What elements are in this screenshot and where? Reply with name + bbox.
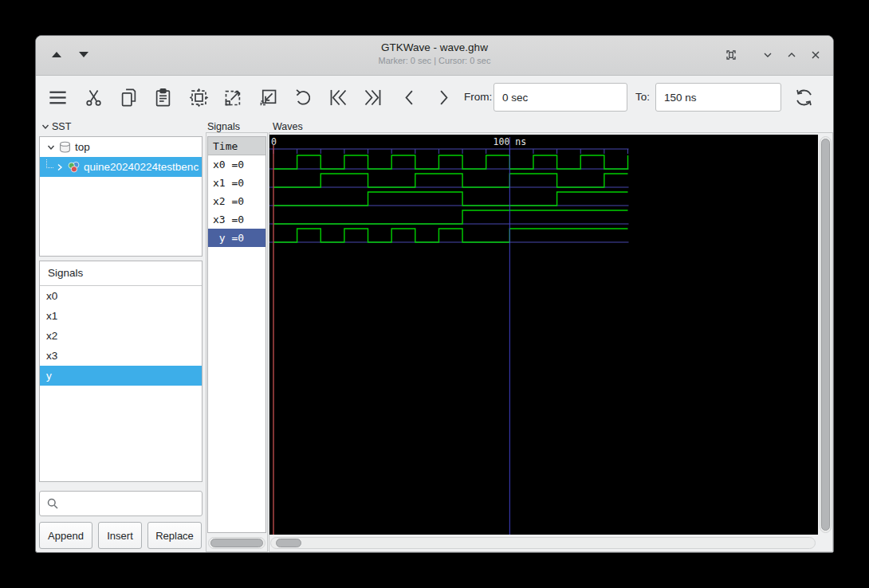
waveform-x2 xyxy=(273,192,628,206)
next-edge-button[interactable] xyxy=(430,84,457,111)
signal-value-row-x1[interactable]: x1 =0 xyxy=(208,174,265,192)
scrollbar-thumb[interactable] xyxy=(210,539,263,547)
undo-button[interactable] xyxy=(289,84,317,111)
zoom-in-icon xyxy=(222,87,244,108)
close-icon xyxy=(809,49,822,61)
waveform-x0 xyxy=(273,155,628,169)
marker-cursor-status: Marker: 0 sec | Cursor: 0 sec xyxy=(36,56,833,65)
wave-canvas[interactable]: 0100 ns xyxy=(269,135,818,535)
desktop: { "window": { "title": "GTKWave - wave.g… xyxy=(0,0,869,588)
search-input[interactable] xyxy=(59,492,202,515)
chevron-left-icon xyxy=(399,87,420,108)
facilities-panel: Signals x0x1x2x3y xyxy=(39,261,203,482)
fullscreen-icon xyxy=(725,49,737,61)
facility-row-y[interactable]: y xyxy=(40,366,202,386)
facility-row-x2[interactable]: x2 xyxy=(40,326,202,346)
waves-label: Waves xyxy=(273,121,303,132)
sst-expander[interactable]: SST xyxy=(41,121,71,132)
prev-edge-button[interactable] xyxy=(395,84,423,111)
titlebar[interactable]: GTKWave - wave.ghw Marker: 0 sec | Curso… xyxy=(36,36,833,76)
facilities-list: x0x1x2x3y xyxy=(40,286,202,386)
chevron-down-icon xyxy=(761,49,774,61)
signal-value-row-x0[interactable]: x0 =0 xyxy=(208,155,265,174)
chevron-down-icon xyxy=(41,122,50,131)
scrollbar-thumb[interactable] xyxy=(821,139,830,531)
chevron-right-icon[interactable] xyxy=(55,163,65,172)
signal-value-row-x2[interactable]: x2 =0 xyxy=(208,192,265,210)
append-button[interactable]: Append xyxy=(39,522,92,549)
chevron-down-icon[interactable] xyxy=(46,143,56,152)
toolbar: From: To: xyxy=(36,76,833,119)
copy-button[interactable] xyxy=(115,84,142,111)
facilities-header: Signals xyxy=(40,261,202,286)
sst-label: SST xyxy=(52,121,71,132)
facility-row-x3[interactable]: x3 xyxy=(40,346,202,366)
copy-icon xyxy=(118,87,140,108)
signal-values-list-box: Timex0 =0x1 =0x2 =0x3 =0 y =0 xyxy=(207,136,266,533)
chevron-right-icon xyxy=(433,87,454,108)
module-icon xyxy=(68,161,80,173)
tree-item-quine20240224testbenc[interactable]: quine20240224testbenc xyxy=(40,157,202,177)
waves-vscrollbar[interactable] xyxy=(820,136,832,533)
signal-value-row-y[interactable]: y =0 xyxy=(208,229,265,247)
signal-values-list: Timex0 =0x1 =0x2 =0x3 =0 y =0 xyxy=(208,137,265,247)
waveform-x3 xyxy=(273,210,628,224)
reload-button[interactable] xyxy=(790,84,817,111)
zoom-out-button[interactable] xyxy=(254,84,281,111)
cut-icon xyxy=(83,87,104,108)
replace-button[interactable]: Replace xyxy=(147,522,202,549)
maximize-button[interactable] xyxy=(785,49,800,63)
sst-tree: top quine20240224testbenc xyxy=(39,136,203,257)
search-icon xyxy=(46,497,59,510)
shift-to-start-button[interactable] xyxy=(324,84,352,111)
shift-to-end-button[interactable] xyxy=(359,84,386,111)
waves-hscrollbar[interactable] xyxy=(270,537,816,549)
minimize-button[interactable] xyxy=(761,49,776,63)
tree-guide xyxy=(46,159,53,168)
time-header: Time xyxy=(208,137,265,155)
reload-icon xyxy=(793,87,815,108)
skip-end-icon xyxy=(362,87,383,108)
tree-item-label: top xyxy=(75,141,90,153)
chevron-up-icon xyxy=(785,49,798,61)
close-button[interactable] xyxy=(809,49,824,63)
to-input[interactable] xyxy=(655,83,781,112)
window-title: GTKWave - wave.ghw xyxy=(36,41,833,53)
insert-button[interactable]: Insert xyxy=(98,522,142,549)
undo-icon xyxy=(293,87,314,108)
menu-icon xyxy=(47,87,69,108)
zoom-in-button[interactable] xyxy=(219,84,246,111)
waveform-y xyxy=(273,229,628,242)
facility-row-x0[interactable]: x0 xyxy=(40,286,202,306)
to-label: To: xyxy=(635,76,650,119)
zoom-out-icon xyxy=(258,87,279,108)
paste-button[interactable] xyxy=(149,84,176,111)
cut-button[interactable] xyxy=(80,84,107,111)
scrollbar-thumb[interactable] xyxy=(276,539,301,547)
paste-icon xyxy=(152,87,174,108)
signal-values-hscrollbar[interactable] xyxy=(208,537,265,549)
signal-value-row-x3[interactable]: x3 =0 xyxy=(208,210,265,229)
facility-row-x1[interactable]: x1 xyxy=(40,306,202,326)
fullscreen-button[interactable] xyxy=(725,49,739,63)
skip-start-icon xyxy=(328,87,349,108)
gtkwave-window: GTKWave - wave.ghw Marker: 0 sec | Curso… xyxy=(35,35,834,553)
tree-item-label: quine20240224testbenc xyxy=(84,161,199,173)
zoom-fit-button[interactable] xyxy=(185,84,212,111)
menu-button[interactable] xyxy=(44,84,71,111)
waveform-x1 xyxy=(273,174,628,187)
tree-item-top[interactable]: top xyxy=(40,137,202,157)
database-icon xyxy=(59,141,71,153)
from-input[interactable] xyxy=(493,83,627,112)
signal-search[interactable] xyxy=(39,491,203,516)
zoom-fit-icon xyxy=(188,87,210,108)
from-label: From: xyxy=(464,76,492,119)
signal-values-label: Signals xyxy=(207,121,240,132)
